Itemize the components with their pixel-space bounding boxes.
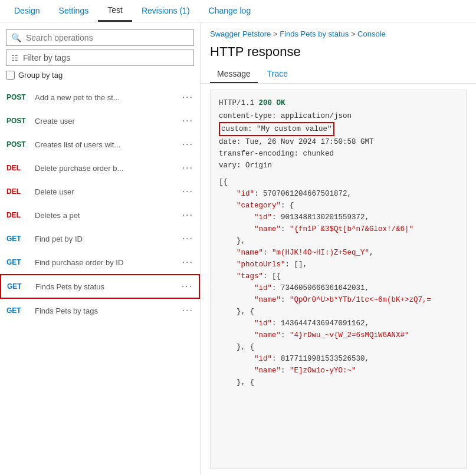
tab-test[interactable]: Test <box>98 0 132 22</box>
op-item-0[interactable]: POST Add a new pet to the st... ··· <box>0 85 200 109</box>
op-dots-9[interactable]: ··· <box>182 305 193 316</box>
left-panel: 🔍 ☷ Filter by tags Group by tag POST Add… <box>0 22 201 475</box>
tab-revisions[interactable]: Revisions (1) <box>132 0 199 22</box>
group-by-row: Group by tag <box>6 71 194 80</box>
right-panel: Swagger Petstore > Finds Pets by status … <box>201 22 476 475</box>
header-vary: vary: Origin <box>219 160 458 171</box>
breadcrumb-sep1: > <box>273 29 280 38</box>
filter-icon: ☷ <box>11 54 18 62</box>
filter-label: Filter by tags <box>23 53 70 62</box>
group-by-label: Group by tag <box>18 71 63 80</box>
header-custom: custom: "My custom value" <box>219 122 458 136</box>
op-label-7: Find purchase order by ID <box>35 258 176 267</box>
op-method-7: GET <box>6 258 29 266</box>
op-dots-8[interactable]: ··· <box>182 281 193 292</box>
op-item-8[interactable]: GET Finds Pets by status ··· <box>0 274 200 299</box>
op-method-6: GET <box>6 235 29 243</box>
filter-box[interactable]: ☷ Filter by tags <box>6 50 194 66</box>
panel-title: HTTP response <box>201 41 476 65</box>
group-by-checkbox[interactable] <box>6 71 15 80</box>
op-label-2: Creates list of users wit... <box>35 140 176 149</box>
top-nav: Design Settings Test Revisions (1) Chang… <box>0 0 476 22</box>
op-method-1: POST <box>6 117 29 125</box>
op-method-8: GET <box>7 282 29 291</box>
http-status-code: 200 OK <box>259 99 285 107</box>
operations-list: POST Add a new pet to the st... ··· POST… <box>0 85 200 475</box>
tab-message[interactable]: Message <box>210 65 258 83</box>
op-item-9[interactable]: GET Finds Pets by tags ··· <box>0 299 200 322</box>
breadcrumb-operation: Finds Pets by status <box>280 29 349 38</box>
op-label-9: Finds Pets by tags <box>35 306 176 315</box>
op-item-7[interactable]: GET Find purchase order by ID ··· <box>0 250 200 274</box>
tab-settings[interactable]: Settings <box>50 0 99 22</box>
main-layout: 🔍 ☷ Filter by tags Group by tag POST Add… <box>0 22 476 475</box>
op-method-3: DEL <box>6 164 29 172</box>
op-method-2: POST <box>6 140 29 149</box>
breadcrumb: Swagger Petstore > Finds Pets by status … <box>201 22 476 41</box>
breadcrumb-sep2: > <box>351 29 357 38</box>
op-dots-5[interactable]: ··· <box>182 210 193 220</box>
op-dots-4[interactable]: ··· <box>182 186 193 197</box>
tab-design[interactable]: Design <box>5 0 50 22</box>
op-dots-3[interactable]: ··· <box>182 163 193 173</box>
op-label-8: Finds Pets by status <box>35 282 176 291</box>
op-label-3: Delete purchase order b... <box>35 164 176 173</box>
tab-trace[interactable]: Trace <box>260 65 295 83</box>
op-label-0: Add a new pet to the st... <box>35 93 176 102</box>
op-item-3[interactable]: DEL Delete purchase order b... ··· <box>0 156 200 180</box>
search-box[interactable]: 🔍 <box>6 29 194 46</box>
op-label-6: Find pet by ID <box>35 235 176 243</box>
json-body: [{ "id": 5707061204667501872, "category"… <box>219 176 458 388</box>
op-item-6[interactable]: GET Find pet by ID ··· <box>0 227 200 250</box>
search-input[interactable] <box>26 33 189 42</box>
header-content-type: content-type: application/json <box>219 110 458 122</box>
breadcrumb-console: Console <box>357 29 386 38</box>
op-label-4: Delete user <box>35 187 176 196</box>
search-icon: 🔍 <box>11 33 21 42</box>
op-dots-2[interactable]: ··· <box>182 139 193 150</box>
op-dots-0[interactable]: ··· <box>182 92 193 103</box>
op-method-0: POST <box>6 93 29 101</box>
header-date: date: Tue, 26 Nov 2024 17:50:58 GMT <box>219 136 458 148</box>
op-method-5: DEL <box>6 211 29 219</box>
op-dots-1[interactable]: ··· <box>182 116 193 126</box>
custom-header-value: custom: "My custom value" <box>219 122 334 136</box>
op-method-4: DEL <box>6 187 29 196</box>
op-item-1[interactable]: POST Create user ··· <box>0 109 200 133</box>
op-method-9: GET <box>6 306 29 315</box>
op-label-5: Deletes a pet <box>35 211 176 220</box>
op-dots-6[interactable]: ··· <box>182 233 193 244</box>
op-item-2[interactable]: POST Creates list of users wit... ··· <box>0 133 200 156</box>
op-label-1: Create user <box>35 117 176 126</box>
response-body: HTTP/1.1 200 OK content-type: applicatio… <box>210 90 467 469</box>
breadcrumb-swagger: Swagger Petstore <box>210 29 271 38</box>
http-version: HTTP/1.1 <box>219 99 259 107</box>
response-tabs: Message Trace <box>201 65 476 84</box>
header-transfer-encoding: transfer-encoding: chunked <box>219 148 458 160</box>
tab-changelog[interactable]: Change log <box>199 0 261 22</box>
op-dots-7[interactable]: ··· <box>182 257 193 268</box>
op-item-5[interactable]: DEL Deletes a pet ··· <box>0 203 200 227</box>
op-item-4[interactable]: DEL Delete user ··· <box>0 180 200 203</box>
